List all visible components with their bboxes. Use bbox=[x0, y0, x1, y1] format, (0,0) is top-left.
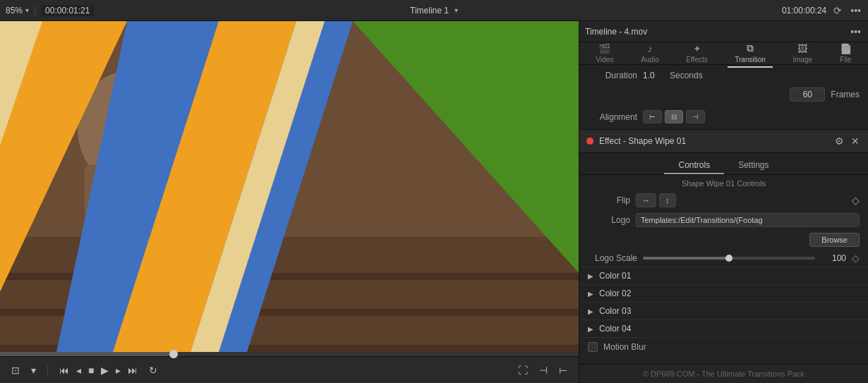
sync-icon[interactable]: ⟳ bbox=[832, 4, 843, 18]
tab-audio[interactable]: ♪ Audio bbox=[634, 40, 666, 66]
motion-blur-checkbox[interactable] bbox=[588, 342, 598, 352]
effect-settings-icon[interactable]: ⚙ bbox=[833, 134, 845, 148]
fullscreen-button[interactable]: ⛶ bbox=[515, 362, 531, 379]
alignment-buttons: ⊢ ⊟ ⊣ bbox=[643, 110, 705, 123]
duration-label: Duration bbox=[588, 71, 637, 80]
top-bar-left: 85% ▾ 00:00:01:21 bbox=[6, 5, 119, 16]
flip-buttons: ↔ ↕ bbox=[636, 193, 676, 207]
logo-label: Logo bbox=[588, 215, 630, 225]
color-02-row[interactable]: ▶ Color 02 bbox=[579, 284, 868, 302]
playback-controls: ⏮ ◂ ■ ▶ ▸ ⏭ bbox=[56, 362, 140, 379]
file-tab-icon: 📄 bbox=[840, 43, 852, 54]
color-03-chevron-icon: ▶ bbox=[588, 308, 593, 315]
main-content: ⊡ ▾ ⏮ ◂ ■ ▶ ▸ ⏭ ↻ ⛶ ⊣ ⊢ Timeline - 4.mov… bbox=[0, 21, 868, 383]
duration-unit: Seconds bbox=[670, 71, 703, 80]
panel-header: Timeline - 4.mov ••• bbox=[579, 21, 868, 42]
image-tab-label: Image bbox=[792, 56, 812, 63]
frames-input[interactable] bbox=[790, 87, 825, 102]
logo-scale-value: 100 bbox=[821, 253, 846, 263]
step-forward-button[interactable]: ▸ bbox=[113, 362, 123, 379]
browse-row: Browse bbox=[579, 230, 868, 250]
go-to-start-button[interactable]: ⏮ bbox=[56, 362, 72, 379]
browse-button[interactable]: Browse bbox=[809, 233, 860, 247]
loop-button[interactable]: ↻ bbox=[146, 362, 160, 379]
bottom-controls: ⊡ ▾ ⏮ ◂ ■ ▶ ▸ ⏭ ↻ ⛶ ⊣ ⊢ bbox=[0, 356, 579, 383]
color-01-label: Color 01 bbox=[599, 271, 631, 281]
alignment-row: Alignment ⊢ ⊟ ⊣ bbox=[579, 107, 868, 129]
logo-row: Logo Templates:/Edit/Transitions/(Footag bbox=[579, 210, 868, 230]
settings-tab[interactable]: Settings bbox=[724, 157, 783, 174]
step-back-button[interactable]: ◂ bbox=[73, 362, 84, 379]
audio-tab-icon: ♪ bbox=[648, 43, 653, 54]
frames-row: Frames bbox=[579, 86, 868, 107]
effect-header-icons: ⚙ ✕ bbox=[833, 134, 861, 148]
tab-video[interactable]: 🎬 Video bbox=[589, 40, 620, 66]
controls-tab[interactable]: Controls bbox=[664, 157, 724, 174]
motion-blur-label: Motion Blur bbox=[603, 342, 646, 352]
timeline-name: Timeline 1 bbox=[410, 6, 449, 16]
top-bar-right: 01:00:00:24 ⟳ ••• bbox=[749, 4, 862, 18]
align-center-button[interactable]: ⊟ bbox=[665, 110, 683, 123]
more-options-icon[interactable]: ••• bbox=[849, 4, 862, 18]
timecode-left[interactable]: 00:00:01:21 bbox=[41, 5, 94, 16]
section-title: Shape Wipe 01 Controls bbox=[579, 175, 868, 190]
tab-transition[interactable]: ⧉ Transition bbox=[728, 39, 773, 68]
panel-options-icon[interactable]: ••• bbox=[849, 25, 862, 39]
video-tab-label: Video bbox=[596, 56, 613, 63]
color-04-label: Color 04 bbox=[599, 324, 631, 334]
color-04-chevron-icon: ▶ bbox=[588, 325, 593, 333]
video-progress-bar[interactable] bbox=[0, 352, 579, 356]
effects-tab-label: Effects bbox=[686, 56, 707, 63]
clip-end-button[interactable]: ⊣ bbox=[536, 362, 550, 379]
flip-reset-icon[interactable]: ◇ bbox=[852, 195, 860, 206]
video-canvas bbox=[0, 21, 579, 352]
color-02-chevron-icon: ▶ bbox=[588, 290, 593, 298]
color-01-chevron-icon: ▶ bbox=[588, 272, 593, 280]
align-left-button[interactable]: ⊢ bbox=[643, 110, 662, 123]
go-to-end-button[interactable]: ⏭ bbox=[125, 362, 140, 379]
logo-scale-slider[interactable] bbox=[643, 257, 815, 260]
flip-horizontal-button[interactable]: ↔ bbox=[636, 193, 656, 207]
effect-active-dot[interactable] bbox=[586, 138, 593, 145]
timeline-dropdown-icon[interactable]: ▾ bbox=[454, 6, 458, 14]
tab-effects[interactable]: ✦ Effects bbox=[679, 40, 714, 66]
clip-start-button[interactable]: ⊢ bbox=[556, 362, 570, 379]
view-dropdown-button[interactable]: ▾ bbox=[28, 362, 39, 379]
effects-tab-icon: ✦ bbox=[693, 43, 701, 54]
panel-title: Timeline - 4.mov bbox=[585, 27, 647, 37]
flip-vertical-button[interactable]: ↕ bbox=[659, 193, 676, 207]
view-toggle-button[interactable]: ⊡ bbox=[8, 362, 23, 379]
color-04-row[interactable]: ▶ Color 04 bbox=[579, 320, 868, 337]
color-02-label: Color 02 bbox=[599, 288, 631, 298]
effect-close-icon[interactable]: ✕ bbox=[850, 134, 861, 148]
logo-scale-reset-icon[interactable]: ◇ bbox=[852, 253, 860, 264]
color-01-row[interactable]: ▶ Color 01 bbox=[579, 267, 868, 284]
play-button[interactable]: ▶ bbox=[98, 362, 111, 379]
color-03-row[interactable]: ▶ Color 03 bbox=[579, 302, 868, 320]
transition-tab-icon: ⧉ bbox=[747, 42, 754, 54]
file-tab-label: File bbox=[840, 56, 851, 63]
zoom-arrow: ▾ bbox=[25, 6, 29, 14]
logo-path-display: Templates:/Edit/Transitions/(Footag bbox=[636, 213, 860, 227]
tab-file[interactable]: 📄 File bbox=[833, 40, 859, 66]
logo-scale-row: Logo Scale 100 ◇ bbox=[579, 250, 868, 267]
duration-value: 1.0 bbox=[643, 71, 664, 80]
effect-title: Effect - Shape Wipe 01 bbox=[599, 136, 828, 146]
right-panel: Timeline - 4.mov ••• 🎬 Video ♪ Audio ✦ E… bbox=[579, 21, 868, 383]
frames-label: Frames bbox=[831, 90, 860, 99]
align-right-button[interactable]: ⊣ bbox=[686, 110, 705, 123]
alignment-label: Alignment bbox=[588, 112, 637, 122]
top-bar: 85% ▾ 00:00:01:21 Timeline 1 ▾ 01:00:00:… bbox=[0, 0, 868, 21]
color-03-label: Color 03 bbox=[599, 306, 631, 316]
audio-tab-label: Audio bbox=[641, 56, 659, 63]
panel-footer: © DP669.COM - The Ultimate Transitions P… bbox=[579, 364, 868, 383]
stop-button[interactable]: ■ bbox=[85, 362, 97, 379]
video-tab-icon: 🎬 bbox=[598, 43, 610, 54]
footer-text: © DP669.COM - The Ultimate Transitions P… bbox=[643, 370, 804, 378]
transition-tab-label: Transition bbox=[735, 56, 766, 63]
logo-scale-label: Logo Scale bbox=[588, 253, 637, 263]
tab-image[interactable]: 🖼 Image bbox=[785, 40, 819, 66]
top-bar-center: Timeline 1 ▾ bbox=[119, 6, 749, 16]
zoom-value[interactable]: 85% bbox=[6, 6, 23, 16]
flip-label: Flip bbox=[588, 195, 630, 205]
